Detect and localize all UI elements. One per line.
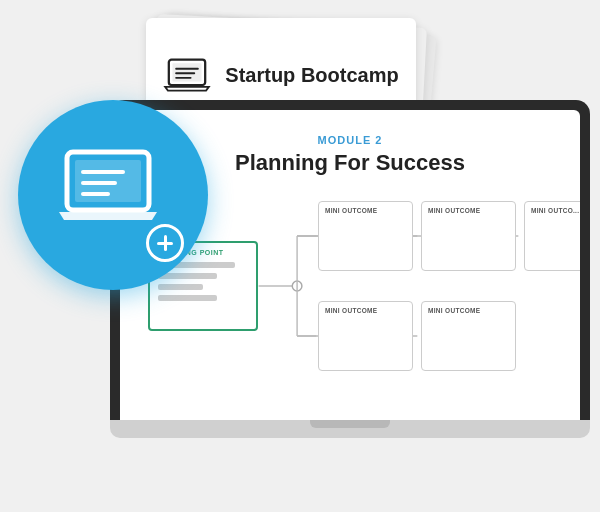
sp-line-4 [158, 295, 217, 301]
card-laptop-icon [163, 56, 211, 96]
mini-outcome-label-2: MINI OUTCOME [428, 207, 509, 214]
module-label: MODULE 2 [148, 134, 552, 146]
mini-outcome-label-3: MINI OUTCO... [531, 207, 580, 214]
module-title: Planning For Success [148, 150, 552, 176]
plus-badge [146, 224, 184, 262]
mini-outcome-5: MINI OUTCOME [421, 301, 516, 371]
mini-outcome-2: MINI OUTCOME [421, 201, 516, 271]
sp-line-3 [158, 284, 203, 290]
card-title: Startup Bootcamp [225, 64, 398, 87]
laptop-base [110, 420, 590, 438]
mini-outcome-label-4: MINI OUTCOME [325, 307, 406, 314]
sp-line-2 [158, 273, 217, 279]
svg-point-6 [292, 281, 302, 291]
mini-outcome-3: MINI OUTCO... [524, 201, 580, 271]
mini-outcome-1: MINI OUTCOME [318, 201, 413, 271]
mini-outcome-label-1: MINI OUTCOME [325, 207, 406, 214]
mini-outcome-4: MINI OUTCOME [318, 301, 413, 371]
scene: Startup Bootcamp MODULE 2 Planning For S… [0, 0, 600, 512]
top-outcomes-row: MINI OUTCOME MINI OUTCOME MINI OUTCO... [318, 201, 580, 271]
bottom-outcomes-row: MINI OUTCOME MINI OUTCOME [318, 301, 516, 371]
outcome-map: STARTING POINT MINI OUTCOME [148, 196, 552, 376]
mini-outcome-label-5: MINI OUTCOME [428, 307, 509, 314]
blue-circle [18, 100, 208, 290]
